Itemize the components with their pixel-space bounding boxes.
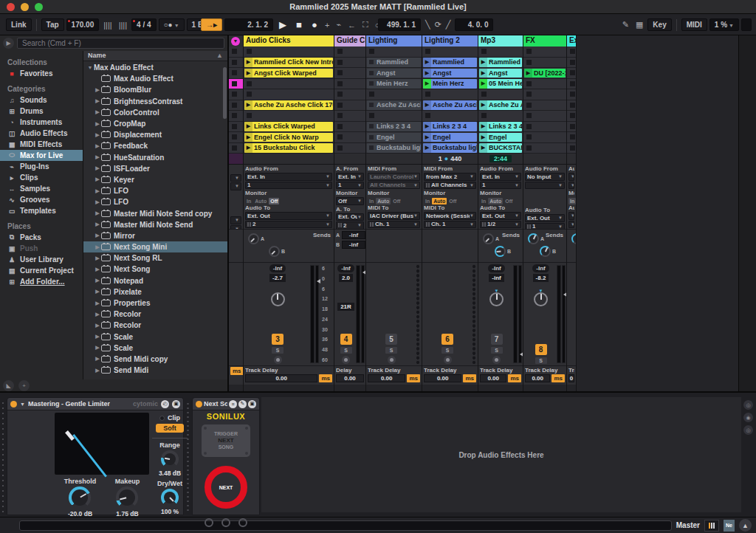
routing-chooser[interactable]: Off▼ — [336, 197, 364, 205]
tree-item[interactable]: ▶Feedback — [83, 140, 227, 151]
monitor-option-in[interactable]: In — [480, 198, 487, 204]
clip-slot[interactable]: ▶Angst Click Warped — [244, 68, 334, 79]
expand-arrow-icon[interactable]: ▶ — [94, 87, 101, 93]
track-delay-value[interactable]: 0 — [568, 374, 574, 382]
clip-play-icon[interactable] — [367, 133, 375, 142]
clip-slot[interactable]: ▶Buckstabu light — [422, 143, 478, 154]
clip-slot[interactable]: Mein Herz — [366, 79, 422, 90]
tree-item[interactable]: ▶Master Midi Note Send copy — [83, 207, 227, 219]
routing-chooser[interactable]: Ext. Out▼ — [525, 214, 565, 222]
clip[interactable]: Asche Zu Asch — [367, 100, 421, 110]
track-title[interactable]: Guide Clic — [334, 35, 365, 47]
clip-slot[interactable] — [334, 122, 365, 133]
expand-arrow-icon[interactable]: ▶ — [94, 132, 101, 138]
clip-play-icon[interactable]: ▶ — [423, 133, 431, 142]
expand-arrow-icon[interactable]: ▶ — [94, 233, 101, 238]
save-preset-icon[interactable]: ▣ — [172, 400, 180, 408]
arm-button[interactable] — [492, 356, 501, 364]
play-button[interactable]: ▶ — [275, 19, 290, 30]
clip-slot[interactable] — [366, 89, 422, 100]
clip-slot[interactable] — [523, 58, 566, 69]
ms-badge[interactable]: ms — [319, 374, 332, 382]
clip-slot[interactable] — [334, 47, 365, 58]
clip-slot[interactable] — [229, 111, 243, 122]
send-amount[interactable]: B-inf — [336, 241, 365, 249]
clip-play-icon[interactable]: ▶ — [244, 122, 252, 131]
clip-slot[interactable] — [244, 111, 334, 122]
arm-button[interactable] — [342, 356, 350, 364]
track-delay-value[interactable]: 0.00 — [424, 374, 461, 382]
tree-item[interactable]: ▶LFO — [83, 196, 227, 207]
monitor-option-in[interactable]: In — [568, 198, 576, 204]
clip[interactable]: ▶Asche Zu Asche Click 170b — [244, 100, 333, 110]
tree-item[interactable]: ▶BloomBlur — [83, 84, 227, 95]
routing-chooser[interactable]: 1▼ — [336, 182, 364, 190]
clip-slot[interactable]: Angst — [366, 68, 422, 79]
clip-slot[interactable] — [523, 100, 566, 111]
solo-button[interactable]: S — [340, 347, 352, 354]
track-title[interactable]: Lighting 2 — [422, 35, 478, 47]
sidebar-item-audio-effects[interactable]: ◫Audio Effects — [0, 128, 83, 139]
clip[interactable]: ▶Mein Herz — [423, 79, 477, 89]
clip-slot[interactable] — [334, 89, 365, 100]
ms-badge[interactable]: ms — [230, 367, 243, 375]
clip[interactable]: ▶Asche Zu A — [479, 100, 522, 110]
track-activator[interactable]: 5 — [385, 334, 397, 345]
ms-badge[interactable]: ms — [407, 374, 420, 382]
clip-slot[interactable] — [523, 89, 566, 100]
sidebar-item-add-folder-[interactable]: ⊞Add Folder... — [0, 276, 83, 287]
arm-button[interactable] — [388, 356, 396, 364]
sidebar-item-samples[interactable]: ↔Samples — [0, 183, 83, 194]
sidebar-item-templates[interactable]: ▭Templates — [0, 205, 83, 216]
tree-item[interactable]: ▶Scale — [83, 331, 227, 343]
loop-icon[interactable]: ⟳ — [433, 19, 444, 30]
clip-slot[interactable] — [244, 79, 334, 90]
clip-play-icon[interactable] — [367, 122, 375, 131]
clip-slot[interactable] — [244, 89, 334, 100]
send-knob[interactable] — [571, 233, 576, 244]
routing-chooser[interactable]: 1▼ — [480, 182, 521, 190]
clip[interactable]: ▶BUCKSTABU — [479, 143, 522, 153]
tree-item[interactable]: ▶Next Song — [83, 264, 227, 275]
rail-dot[interactable]: ◉ — [743, 413, 753, 422]
clip[interactable]: ▶Angst — [423, 69, 477, 78]
clip-slot[interactable] — [523, 143, 566, 154]
fader-handle[interactable] — [362, 270, 365, 275]
send-knob[interactable] — [483, 233, 494, 244]
tree-item[interactable]: ▶BrightnessContrast — [83, 96, 227, 107]
expand-arrow-icon[interactable]: ▶ — [94, 289, 101, 295]
param-dot[interactable] — [205, 518, 213, 527]
monitor-option-off[interactable]: Off — [447, 198, 458, 204]
clip-slot[interactable] — [567, 58, 576, 69]
expand-arrow-icon[interactable]: ▶ — [94, 98, 101, 104]
track-title[interactable]: ▼ — [229, 35, 243, 47]
sidebar-item-clips[interactable]: ▸Clips — [0, 172, 83, 183]
rail-dot[interactable]: ◎ — [743, 400, 753, 410]
monitor-option-off[interactable]: Off — [269, 198, 279, 204]
clip[interactable]: ▶Links 2 3 4 — [479, 122, 522, 131]
transport-tool-icon[interactable]: + — [323, 20, 331, 30]
tree-item[interactable]: ▶HueSaturation — [83, 152, 227, 163]
clip[interactable]: ▶DU [2022-1 — [524, 69, 566, 78]
monitor-switch[interactable]: InAutoOff — [368, 197, 420, 204]
monitor-option-in[interactable]: In — [424, 198, 431, 204]
expand-arrow-icon[interactable]: ▼ — [86, 65, 94, 70]
tree-item[interactable]: ▶Recolor — [83, 309, 227, 320]
nudge-down-icon[interactable]: |||| — [101, 20, 114, 30]
show-hide-device-view-button[interactable]: ▲ — [739, 519, 752, 532]
makeup-knob[interactable]: Makeup 1.75 dB — [115, 478, 140, 517]
clip-slot[interactable]: ▶Rammlied Click New Intro N — [244, 58, 334, 69]
clip-slot[interactable]: ▶Asche Zu Asche — [422, 100, 478, 111]
tree-item[interactable]: ▶Master Midi Note Send — [83, 219, 227, 230]
routing-chooser[interactable]: Ext. In▼ — [245, 173, 332, 181]
clip-slot[interactable]: ▶Engel Click No Warp — [244, 132, 334, 143]
clip-slot[interactable]: Engel — [366, 132, 422, 143]
clip-play-icon[interactable] — [367, 100, 375, 110]
routing-chooser[interactable]: All Channels▼ — [368, 182, 420, 190]
edit-icon[interactable]: ✎ — [238, 400, 247, 408]
sidebar-item-instruments[interactable]: ◔Instruments — [0, 117, 83, 128]
nudge-up-icon[interactable]: |||| — [117, 20, 129, 30]
tempo-field[interactable]: 170.00 — [66, 18, 100, 31]
time-signature-field[interactable]: 4 / 4 — [131, 18, 156, 31]
file-list-header[interactable]: Name▲ — [83, 51, 227, 61]
